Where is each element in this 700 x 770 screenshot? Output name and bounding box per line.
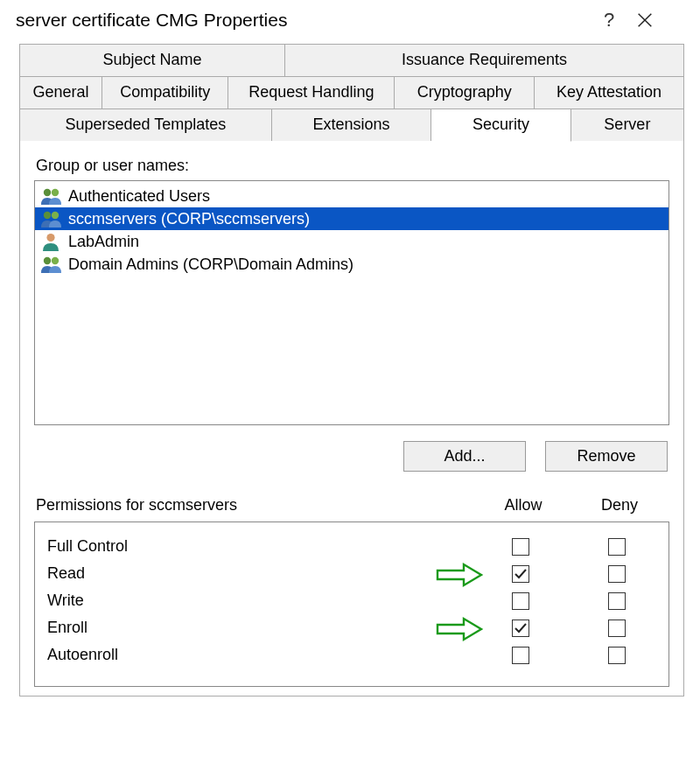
tab-row-1: Subject NameIssuance Requirements bbox=[19, 44, 684, 76]
add-button[interactable]: Add... bbox=[403, 441, 526, 472]
permission-row: Read bbox=[47, 560, 665, 587]
tab-security[interactable]: Security bbox=[431, 108, 571, 142]
svg-point-5 bbox=[52, 212, 59, 219]
permission-allow-cell bbox=[472, 647, 569, 664]
tab-subject-name[interactable]: Subject Name bbox=[19, 44, 285, 76]
group-icon bbox=[40, 255, 63, 274]
tab-issuance-requirements[interactable]: Issuance Requirements bbox=[285, 44, 684, 76]
permissions-for-label: Permissions for sccmservers bbox=[36, 496, 475, 514]
permission-allow-cell bbox=[472, 565, 569, 583]
permission-allow-cell bbox=[472, 538, 569, 556]
allow-checkbox[interactable] bbox=[512, 565, 529, 583]
svg-point-6 bbox=[46, 234, 54, 242]
permission-row: Full Control bbox=[47, 533, 665, 560]
permission-row: Enroll bbox=[47, 614, 665, 641]
tab-cryptography[interactable]: Cryptography bbox=[395, 76, 535, 108]
deny-checkbox[interactable] bbox=[608, 538, 626, 556]
allow-checkbox[interactable] bbox=[512, 647, 529, 664]
principal-name: sccmservers (CORP\sccmservers) bbox=[68, 210, 310, 228]
user-icon bbox=[40, 232, 63, 251]
principal-row[interactable]: sccmservers (CORP\sccmservers) bbox=[35, 207, 668, 230]
principal-list[interactable]: Authenticated Userssccmservers (CORP\scc… bbox=[34, 180, 669, 425]
tab-general[interactable]: General bbox=[19, 76, 102, 108]
user-icon bbox=[40, 232, 63, 251]
tab-superseded-templates[interactable]: Superseded Templates bbox=[19, 108, 272, 142]
group-icon bbox=[40, 255, 63, 274]
principal-name: Domain Admins (CORP\Domain Admins) bbox=[68, 256, 354, 274]
permission-label: Enroll bbox=[47, 619, 472, 637]
deny-checkbox[interactable] bbox=[608, 620, 626, 637]
permission-row: Write bbox=[47, 587, 665, 614]
principal-row[interactable]: Domain Admins (CORP\Domain Admins) bbox=[35, 253, 668, 276]
permission-allow-cell bbox=[472, 592, 569, 610]
tab-server[interactable]: Server bbox=[571, 108, 684, 142]
group-icon bbox=[40, 209, 63, 228]
annotation-arrow-icon bbox=[434, 562, 485, 588]
permission-deny-cell bbox=[569, 538, 665, 556]
deny-checkbox[interactable] bbox=[608, 565, 626, 583]
dialog-body: Subject NameIssuance Requirements Genera… bbox=[0, 44, 700, 697]
permission-label: Read bbox=[47, 564, 472, 583]
permission-allow-cell bbox=[472, 620, 569, 637]
permission-label: Write bbox=[47, 592, 472, 610]
permission-deny-cell bbox=[569, 592, 665, 610]
tab-request-handling[interactable]: Request Handling bbox=[228, 76, 395, 108]
annotation-arrow bbox=[434, 616, 485, 642]
permission-deny-cell bbox=[569, 565, 665, 583]
permission-label: Autoenroll bbox=[47, 646, 472, 664]
permission-deny-cell bbox=[569, 620, 665, 637]
close-icon bbox=[635, 10, 654, 30]
allow-checkbox[interactable] bbox=[512, 620, 529, 637]
annotation-arrow-icon bbox=[434, 616, 485, 642]
permissions-list: Full ControlReadWriteEnrollAutoenroll bbox=[34, 522, 669, 687]
permission-label: Full Control bbox=[47, 537, 472, 556]
svg-point-7 bbox=[44, 257, 51, 264]
deny-checkbox[interactable] bbox=[608, 647, 626, 664]
title-bar: server certificate CMG Properties ? bbox=[0, 0, 700, 44]
allow-checkbox[interactable] bbox=[512, 592, 529, 610]
svg-point-3 bbox=[52, 189, 59, 196]
allow-checkbox[interactable] bbox=[512, 538, 529, 556]
window-title: server certificate CMG Properties bbox=[16, 10, 583, 31]
tab-row-2: GeneralCompatibilityRequest HandlingCryp… bbox=[19, 76, 684, 108]
svg-point-4 bbox=[44, 212, 51, 219]
svg-point-2 bbox=[44, 189, 51, 196]
permission-row: Autoenroll bbox=[47, 641, 665, 668]
tab-extensions[interactable]: Extensions bbox=[272, 108, 431, 142]
tab-compatibility[interactable]: Compatibility bbox=[102, 76, 228, 108]
close-button[interactable] bbox=[635, 10, 688, 30]
col-deny: Deny bbox=[571, 496, 668, 514]
principal-row[interactable]: Authenticated Users bbox=[35, 185, 668, 207]
permission-deny-cell bbox=[569, 647, 665, 664]
tab-row-3: Superseded TemplatesExtensionsSecuritySe… bbox=[19, 108, 684, 142]
permissions-header: Permissions for sccmservers Allow Deny bbox=[36, 496, 668, 514]
svg-point-8 bbox=[52, 257, 59, 264]
group-label: Group or user names: bbox=[36, 157, 669, 175]
help-button[interactable]: ? bbox=[583, 9, 635, 32]
principal-name: Authenticated Users bbox=[68, 187, 210, 206]
button-row: Add... Remove bbox=[34, 441, 668, 472]
tab-strip: Subject NameIssuance Requirements Genera… bbox=[19, 44, 684, 142]
annotation-arrow bbox=[434, 562, 485, 588]
tab-key-attestation[interactable]: Key Attestation bbox=[535, 76, 684, 108]
group-icon bbox=[40, 186, 63, 206]
deny-checkbox[interactable] bbox=[608, 592, 626, 610]
principal-name: LabAdmin bbox=[68, 233, 139, 251]
col-allow: Allow bbox=[475, 496, 571, 514]
remove-button[interactable]: Remove bbox=[545, 441, 668, 472]
principal-row[interactable]: LabAdmin bbox=[35, 230, 668, 253]
tab-page-security: Group or user names: Authenticated Users… bbox=[19, 141, 684, 696]
group-icon bbox=[40, 209, 63, 228]
group-icon bbox=[40, 186, 63, 206]
